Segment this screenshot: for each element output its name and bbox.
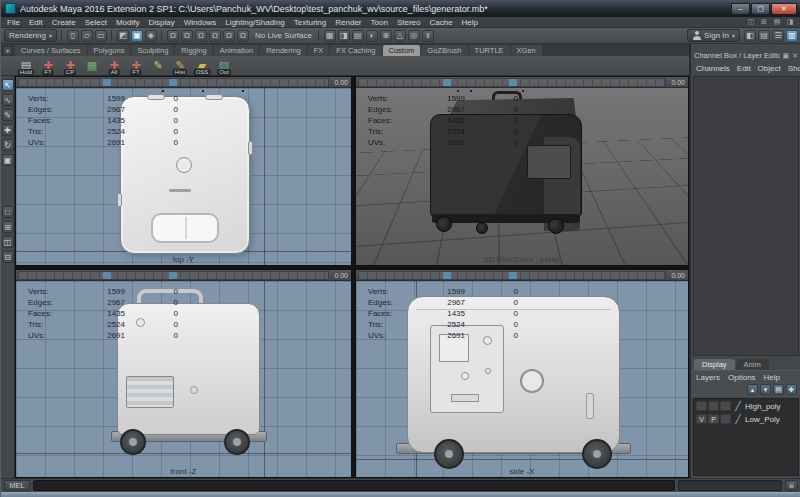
menu-edit[interactable]: Edit (29, 18, 43, 27)
mel-label[interactable]: MEL (4, 480, 30, 491)
viewport-persp[interactable]: 0.00 Verts (355, 76, 689, 266)
viewport-side[interactable]: 0.00 (355, 269, 689, 478)
panel-toolbar-persp[interactable]: 0.00 (356, 77, 688, 88)
move-layer-up-icon[interactable]: ▴ (747, 384, 758, 395)
tab-display[interactable]: Display (694, 359, 735, 370)
paint-effects-icon[interactable]: ⊕ (380, 30, 392, 42)
render-view-icon[interactable]: ▦ (324, 30, 336, 42)
pane-toggle-3-icon[interactable]: ▤ (772, 18, 782, 26)
panel-toolbar-icons[interactable] (18, 271, 329, 280)
menu-help[interactable]: Help (462, 18, 478, 27)
layer-menu-help[interactable]: Help (764, 373, 780, 382)
maximize-button[interactable]: ▢ (751, 3, 770, 15)
toon-outline-icon[interactable]: △ (394, 30, 406, 42)
title-bar[interactable]: Autodesk Maya 2016 Extension 2 SP1: C:\U… (1, 0, 800, 17)
new-scene-icon[interactable]: ▯ (67, 30, 79, 42)
snap-point-icon[interactable]: Ω (195, 30, 207, 42)
menu-cache[interactable]: Cache (429, 18, 452, 27)
pin-icon[interactable]: ▣ (783, 52, 790, 60)
shelf-tab-rendering[interactable]: Rendering (260, 45, 307, 56)
shelf-hist[interactable]: ✎Hist (171, 57, 189, 75)
move-layer-down-icon[interactable]: ▾ (760, 384, 771, 395)
display-rgb-icon[interactable]: ◐ (366, 30, 378, 42)
layer-visibility-toggle[interactable] (696, 401, 707, 411)
close-button[interactable]: ✕ (771, 3, 797, 15)
shelf-tab-curves-surfaces[interactable]: Curves / Surfaces (15, 45, 87, 56)
menu-texturing[interactable]: Texturing (294, 18, 326, 27)
shelf-tab-fx-caching[interactable]: FX Caching (330, 45, 381, 56)
shelf-oss[interactable]: ▰OSS (193, 57, 211, 75)
open-scene-icon[interactable]: ▱ (81, 30, 93, 42)
shelf-tab-rigging[interactable]: Rigging (175, 45, 212, 56)
tab-anim[interactable]: Anim (736, 359, 769, 370)
shelf-tab-sculpting[interactable]: Sculpting (131, 45, 174, 56)
layer-menu-options[interactable]: Options (728, 373, 756, 382)
menu-lighting-shading[interactable]: Lighting/Shading (225, 18, 285, 27)
layer-row-low-poly[interactable]: VP╱Low_Poly (694, 412, 798, 425)
viewport-top-view[interactable]: Verts:15990Edges:29670Faces:14350Tris:25… (16, 88, 351, 265)
channel-box-menu-channels[interactable]: Channels (696, 64, 730, 73)
viewport-side-view[interactable]: Verts:15990Edges:29670Faces:14350Tris:25… (356, 281, 688, 477)
shelf-tab-animation[interactable]: Animation (214, 45, 259, 56)
pane-toggle-2-icon[interactable]: ⊞ (759, 18, 769, 26)
menu-render[interactable]: Render (335, 18, 361, 27)
select-hierarchy-icon[interactable]: ◩ (117, 30, 129, 42)
shelf-ft-a[interactable]: ✚FT (39, 57, 57, 75)
panel-toolbar-top[interactable]: 0.00 (16, 77, 351, 88)
paint-select-tool[interactable]: ✎ (2, 109, 14, 121)
viewport-front[interactable]: 0.00 Verts:15990Edges:29670Faces:14350Tr… (15, 269, 352, 478)
select-object-icon[interactable]: ▣ (131, 30, 143, 42)
minimize-button[interactable]: – (731, 3, 750, 15)
layer-playback-toggle[interactable]: P (708, 414, 719, 424)
snap-curve-icon[interactable]: Ω (181, 30, 193, 42)
layer-visibility-toggle[interactable]: V (696, 414, 707, 424)
panel-toolbar-front[interactable]: 0.00 (16, 270, 351, 281)
shelf-tab-fx[interactable]: FX (308, 45, 330, 56)
empty-layer-icon[interactable]: ▤ (773, 384, 784, 395)
layout-four-view[interactable]: ⊞ (2, 221, 14, 233)
channel-box-menu-object[interactable]: Object (758, 64, 781, 73)
snap-grid-icon[interactable]: Ω (167, 30, 179, 42)
pause-icon[interactable]: ‖ (422, 30, 434, 42)
shelf-tab-turtle[interactable]: TURTLE (469, 45, 510, 56)
ipr-render-icon[interactable]: ◨ (338, 30, 350, 42)
shelf-ft-b[interactable]: ✚FT (127, 57, 145, 75)
snap-plane-icon[interactable]: Ω (209, 30, 221, 42)
layer-display-toggle[interactable] (720, 414, 731, 424)
layout-single-persp[interactable]: □ (2, 206, 14, 218)
shelf-tab-polygons[interactable]: Polygons (88, 45, 131, 56)
new-layer-icon[interactable]: ✚ (786, 384, 797, 395)
shelf-hold[interactable]: ▤Hold (17, 57, 35, 75)
construction-history-icon[interactable]: ◎ (408, 30, 420, 42)
snap-view-icon[interactable]: Ω (223, 30, 235, 42)
shelf-tab-gozbrush[interactable]: GoZBrush (421, 45, 467, 56)
scale-tool[interactable]: ▣ (2, 154, 14, 166)
select-tool[interactable]: ↖ (2, 79, 14, 91)
sign-in-button[interactable]: Sign In ▾ (687, 29, 740, 42)
pane-toggle-1-icon[interactable]: ◫ (746, 18, 756, 26)
menu-create[interactable]: Create (52, 18, 76, 27)
layer-menu-layers[interactable]: Layers (696, 373, 720, 382)
make-live-icon[interactable]: Ω (237, 30, 249, 42)
panel-toolbar-icons[interactable] (358, 271, 666, 280)
shelf-all[interactable]: ✚All (105, 57, 123, 75)
show-timeslider-icon[interactable]: ☰ (772, 30, 784, 42)
show-shelf-icon[interactable]: ▤ (758, 30, 770, 42)
menu-toon[interactable]: Toon (371, 18, 388, 27)
shelf-tab-xgen[interactable]: XGen (511, 45, 542, 56)
select-component-icon[interactable]: ◈ (145, 30, 157, 42)
layer-display-toggle[interactable] (720, 401, 731, 411)
lasso-tool[interactable]: ∿ (2, 94, 14, 106)
pane-toggle-4-icon[interactable]: ◨ (785, 18, 795, 26)
shelf-menu-icon[interactable]: ▾ (3, 46, 12, 55)
shelf-out[interactable]: ▧Out (215, 57, 233, 75)
menu-select[interactable]: Select (85, 18, 107, 27)
shelf-pencil[interactable]: ✎ (149, 57, 167, 75)
panel-toolbar-icons[interactable] (358, 78, 666, 87)
channel-box-menu-edit[interactable]: Edit (737, 64, 751, 73)
shelf-checker[interactable]: ▦ (83, 57, 101, 75)
layer-playback-toggle[interactable] (708, 401, 719, 411)
move-tool[interactable]: ✚ (2, 124, 14, 136)
menu-file[interactable]: File (7, 18, 20, 27)
shelf-tab-custom[interactable]: Custom (383, 45, 421, 56)
